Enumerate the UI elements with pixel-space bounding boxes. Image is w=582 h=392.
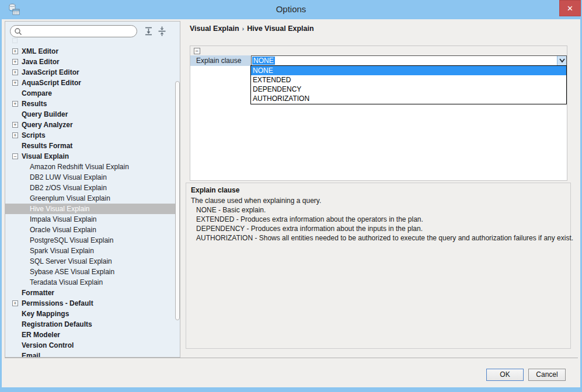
tree-item-sql-server-visual-explain[interactable]: SQL Server Visual Explain [5, 256, 180, 267]
tree-item-hive-visual-explain[interactable]: Hive Visual Explain [5, 204, 180, 214]
tree-item-label: Hive Visual Explain [30, 205, 90, 213]
close-button[interactable]: ✕ [559, 0, 581, 16]
tree-item-compare[interactable]: Compare [5, 88, 180, 99]
dropdown-option-dependency[interactable]: DEPENDENCY [251, 85, 566, 94]
tree-item-label: Key Mappings [22, 310, 69, 318]
tree-item-db2-luw-visual-explain[interactable]: DB2 LUW Visual Explain [5, 172, 180, 183]
tree-item-query-builder[interactable]: Query Builder [5, 109, 180, 120]
tree-item-version-control[interactable]: Version Control [5, 340, 180, 351]
sidebar-scrollbar-thumb[interactable] [175, 81, 180, 320]
search-box[interactable] [10, 25, 137, 37]
tree-item-label: Registration Defaults [22, 320, 92, 328]
breadcrumb-parent[interactable]: Visual Explain [190, 24, 239, 33]
tree-item-amazon-redshift-visual-explain[interactable]: Amazon Redshift Visual Explain [5, 162, 180, 172]
dropdown-option-authorization[interactable]: AUTHORIZATION [251, 94, 566, 103]
tree-item-label: Query Builder [22, 110, 68, 118]
tree-item-label: Amazon Redshift Visual Explain [30, 163, 129, 171]
tree-item-java-editor[interactable]: +Java Editor [5, 57, 180, 67]
options-dialog: Options ✕ [0, 0, 582, 392]
tree-item-aquascript-editor[interactable]: +AquaScript Editor [5, 78, 180, 88]
tree-item-formatter[interactable]: Formatter [5, 288, 180, 298]
tree-item-results-format[interactable]: Results Format [5, 141, 180, 151]
dropdown-option-extended[interactable]: EXTENDED [251, 75, 566, 85]
help-line: NONE - Basic explain. [191, 205, 566, 215]
tree-item-email[interactable]: Email [5, 351, 180, 358]
tree-item-label: Query Analyzer [22, 121, 73, 129]
help-line: AUTHORIZATION - Shows all entities neede… [191, 233, 566, 243]
expand-icon[interactable]: + [12, 69, 18, 75]
options-sidebar: +XML Editor+Java Editor+JavaScript Edito… [5, 21, 180, 358]
tree-item-label: Version Control [22, 341, 74, 349]
expand-icon[interactable]: + [12, 132, 18, 138]
settings-panel-header: − [190, 46, 567, 55]
expand-all-icon[interactable] [144, 26, 154, 36]
collapse-all-icon[interactable] [157, 26, 167, 36]
tree-item-label: Results Format [22, 142, 72, 150]
tree-item-label: Spark Visual Explain [30, 247, 94, 255]
tree-item-postgresql-visual-explain[interactable]: PostgreSQL Visual Explain [5, 235, 180, 246]
tree-item-label: JavaScript Editor [22, 68, 79, 76]
tree-item-label: Oracle Visual Explain [30, 226, 96, 234]
ok-button[interactable]: OK [486, 369, 524, 381]
tree-item-teradata-visual-explain[interactable]: Teradata Visual Explain [5, 277, 180, 288]
help-line: The clause used when explaining a query. [191, 196, 566, 205]
tree-item-label: Formatter [22, 289, 54, 297]
search-icon [14, 27, 22, 36]
search-input[interactable] [25, 26, 133, 36]
expand-icon[interactable]: + [12, 80, 18, 86]
combobox-arrow-button[interactable] [557, 56, 566, 65]
tree-item-scripts[interactable]: +Scripts [5, 130, 180, 141]
footer-divider [5, 358, 578, 358]
expand-icon[interactable]: + [12, 122, 18, 128]
tree-item-registration-defaults[interactable]: Registration Defaults [5, 319, 180, 330]
breadcrumb-separator-icon: › [239, 25, 248, 32]
help-title: Explain clause [191, 186, 566, 194]
help-panel: Explain clause The clause used when expl… [186, 183, 571, 349]
tree-item-key-mappings[interactable]: Key Mappings [5, 309, 180, 319]
tree-item-results[interactable]: +Results [5, 99, 180, 109]
dropdown-option-none[interactable]: NONE [251, 66, 566, 75]
tree-item-xml-editor[interactable]: +XML Editor [5, 46, 180, 57]
tree-item-label: Teradata Visual Explain [30, 278, 103, 286]
tree-item-label: XML Editor [22, 47, 58, 55]
help-line: EXTENDED - Produces extra information ab… [191, 215, 566, 224]
title-bar[interactable]: Options ✕ [0, 0, 582, 19]
tree-item-spark-visual-explain[interactable]: Spark Visual Explain [5, 246, 180, 256]
tree-item-label: Java Editor [22, 58, 60, 66]
explain-clause-label: Explain clause [190, 55, 251, 66]
collapse-icon[interactable]: − [12, 153, 18, 159]
tree-item-label: Greenplum Visual Explain [30, 194, 110, 202]
expand-icon[interactable]: + [12, 48, 18, 54]
tree-item-label: PostgreSQL Visual Explain [30, 236, 113, 244]
options-tree: +XML Editor+Java Editor+JavaScript Edito… [5, 46, 180, 358]
tree-item-label: Compare [22, 89, 52, 97]
tree-item-oracle-visual-explain[interactable]: Oracle Visual Explain [5, 225, 180, 235]
tree-item-label: DB2 LUW Visual Explain [30, 173, 107, 181]
tree-item-greenplum-visual-explain[interactable]: Greenplum Visual Explain [5, 193, 180, 204]
tree-item-label: DB2 z/OS Visual Explain [30, 184, 107, 192]
tree-item-visual-explain[interactable]: −Visual Explain [5, 151, 180, 162]
collapse-panel-icon[interactable]: − [194, 48, 200, 54]
expand-icon[interactable]: + [12, 101, 18, 107]
explain-clause-dropdown: NONEEXTENDEDDEPENDENCYAUTHORIZATION [250, 65, 567, 104]
tree-item-label: Scripts [22, 131, 46, 139]
cancel-button[interactable]: Cancel [528, 369, 566, 381]
tree-item-impala-visual-explain[interactable]: Impala Visual Explain [5, 214, 180, 225]
tree-item-label: Email [22, 352, 40, 358]
tree-item-label: Permissions - Default [22, 299, 93, 307]
expand-icon[interactable]: + [12, 300, 18, 306]
help-line: DEPENDENCY - Produces extra information … [191, 224, 566, 233]
tree-item-javascript-editor[interactable]: +JavaScript Editor [5, 67, 180, 78]
tree-item-db2-z-os-visual-explain[interactable]: DB2 z/OS Visual Explain [5, 183, 180, 193]
tree-item-label: SQL Server Visual Explain [30, 257, 112, 265]
tree-item-permissions-default[interactable]: +Permissions - Default [5, 298, 180, 309]
tree-item-query-analyzer[interactable]: +Query Analyzer [5, 120, 180, 130]
tree-item-er-modeler[interactable]: ER Modeler [5, 330, 180, 340]
breadcrumb: Visual Explain›Hive Visual Explain [190, 24, 314, 33]
tree-item-label: Sybase ASE Visual Explain [30, 268, 114, 276]
tree-item-label: AquaScript Editor [22, 79, 81, 87]
tree-item-label: ER Modeler [22, 331, 60, 339]
tree-item-sybase-ase-visual-explain[interactable]: Sybase ASE Visual Explain [5, 267, 180, 277]
explain-clause-combobox[interactable]: NONE [251, 55, 567, 66]
expand-icon[interactable]: + [12, 59, 18, 65]
